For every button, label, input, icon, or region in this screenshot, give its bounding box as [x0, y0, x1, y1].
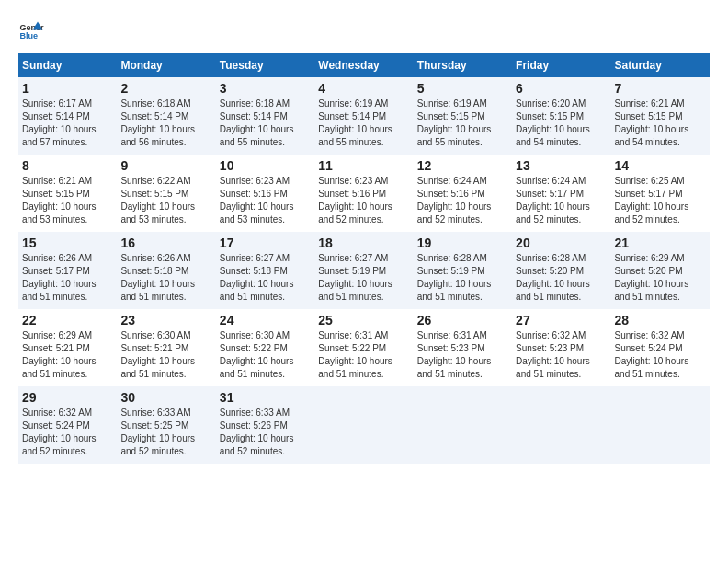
day-info: Sunrise: 6:19 AM Sunset: 5:15 PM Dayligh…: [417, 98, 508, 149]
day-info: Sunrise: 6:32 AM Sunset: 5:24 PM Dayligh…: [615, 329, 706, 381]
calendar-cell: 19 Sunrise: 6:28 AM Sunset: 5:19 PM Dayl…: [414, 232, 512, 309]
calendar-cell: [314, 386, 413, 464]
day-info: Sunrise: 6:21 AM Sunset: 5:15 PM Dayligh…: [615, 98, 706, 149]
day-number: 14: [615, 158, 706, 173]
calendar-cell: [414, 386, 512, 464]
day-info: Sunrise: 6:32 AM Sunset: 5:23 PM Dayligh…: [516, 329, 607, 381]
day-number: 23: [120, 313, 211, 327]
day-info: Sunrise: 6:27 AM Sunset: 5:19 PM Dayligh…: [318, 252, 409, 304]
day-number: 17: [220, 236, 311, 250]
week-row-2: 8 Sunrise: 6:21 AM Sunset: 5:15 PM Dayli…: [18, 155, 710, 232]
calendar-cell: 1 Sunrise: 6:17 AM Sunset: 5:14 PM Dayli…: [18, 77, 117, 155]
day-number: 10: [220, 158, 311, 173]
calendar-cell: 3 Sunrise: 6:18 AM Sunset: 5:14 PM Dayli…: [216, 77, 314, 155]
calendar-cell: 27 Sunrise: 6:32 AM Sunset: 5:23 PM Dayl…: [512, 309, 610, 386]
calendar-cell: 31 Sunrise: 6:33 AM Sunset: 5:26 PM Dayl…: [216, 386, 314, 464]
day-number: 22: [22, 313, 113, 327]
day-number: 13: [516, 158, 607, 173]
day-number: 16: [120, 236, 211, 250]
calendar-cell: 15 Sunrise: 6:26 AM Sunset: 5:17 PM Dayl…: [18, 232, 117, 309]
calendar-cell: 28 Sunrise: 6:32 AM Sunset: 5:24 PM Dayl…: [611, 309, 710, 386]
day-info: Sunrise: 6:24 AM Sunset: 5:16 PM Dayligh…: [417, 175, 508, 226]
day-info: Sunrise: 6:28 AM Sunset: 5:20 PM Dayligh…: [516, 252, 607, 304]
calendar-cell: 17 Sunrise: 6:27 AM Sunset: 5:18 PM Dayl…: [216, 232, 314, 309]
day-info: Sunrise: 6:23 AM Sunset: 5:16 PM Dayligh…: [318, 175, 409, 226]
day-number: 31: [220, 390, 311, 405]
week-row-5: 29 Sunrise: 6:32 AM Sunset: 5:24 PM Dayl…: [18, 386, 710, 464]
day-number: 1: [22, 81, 113, 96]
week-row-1: 1 Sunrise: 6:17 AM Sunset: 5:14 PM Dayli…: [18, 77, 710, 155]
day-info: Sunrise: 6:23 AM Sunset: 5:16 PM Dayligh…: [220, 175, 311, 226]
day-number: 18: [318, 236, 409, 250]
day-number: 5: [417, 81, 508, 96]
day-number: 25: [318, 313, 409, 327]
calendar-cell: 8 Sunrise: 6:21 AM Sunset: 5:15 PM Dayli…: [18, 155, 117, 232]
calendar-cell: 2 Sunrise: 6:18 AM Sunset: 5:14 PM Dayli…: [117, 77, 215, 155]
calendar-cell: 18 Sunrise: 6:27 AM Sunset: 5:19 PM Dayl…: [314, 232, 413, 309]
day-info: Sunrise: 6:26 AM Sunset: 5:17 PM Dayligh…: [22, 252, 113, 304]
weekday-header-thursday: Thursday: [414, 53, 512, 77]
calendar-cell: 23 Sunrise: 6:30 AM Sunset: 5:21 PM Dayl…: [117, 309, 215, 386]
day-info: Sunrise: 6:25 AM Sunset: 5:17 PM Dayligh…: [615, 175, 706, 226]
day-number: 6: [516, 81, 607, 96]
calendar-cell: [512, 386, 610, 464]
calendar-cell: 12 Sunrise: 6:24 AM Sunset: 5:16 PM Dayl…: [414, 155, 512, 232]
day-info: Sunrise: 6:26 AM Sunset: 5:18 PM Dayligh…: [120, 252, 211, 304]
calendar-cell: 25 Sunrise: 6:31 AM Sunset: 5:22 PM Dayl…: [314, 309, 413, 386]
day-number: 29: [22, 390, 113, 405]
calendar-cell: [611, 386, 710, 464]
day-info: Sunrise: 6:32 AM Sunset: 5:24 PM Dayligh…: [22, 407, 113, 458]
calendar-cell: 4 Sunrise: 6:19 AM Sunset: 5:14 PM Dayli…: [314, 77, 413, 155]
calendar-cell: 20 Sunrise: 6:28 AM Sunset: 5:20 PM Dayl…: [512, 232, 610, 309]
calendar-cell: 6 Sunrise: 6:20 AM Sunset: 5:15 PM Dayli…: [512, 77, 610, 155]
weekday-header-wednesday: Wednesday: [314, 53, 413, 77]
day-number: 7: [615, 81, 706, 96]
day-number: 8: [22, 158, 113, 173]
day-info: Sunrise: 6:29 AM Sunset: 5:20 PM Dayligh…: [615, 252, 706, 304]
day-number: 21: [615, 236, 706, 250]
day-info: Sunrise: 6:20 AM Sunset: 5:15 PM Dayligh…: [516, 98, 607, 149]
logo: General Blue: [18, 18, 44, 44]
weekday-header-friday: Friday: [512, 53, 610, 77]
day-number: 26: [417, 313, 508, 327]
day-info: Sunrise: 6:29 AM Sunset: 5:21 PM Dayligh…: [22, 329, 113, 381]
day-info: Sunrise: 6:33 AM Sunset: 5:25 PM Dayligh…: [120, 407, 211, 458]
day-number: 24: [220, 313, 311, 327]
day-number: 4: [318, 81, 409, 96]
day-number: 3: [220, 81, 311, 96]
day-number: 15: [22, 236, 113, 250]
day-info: Sunrise: 6:22 AM Sunset: 5:15 PM Dayligh…: [120, 175, 211, 226]
day-info: Sunrise: 6:18 AM Sunset: 5:14 PM Dayligh…: [120, 98, 211, 149]
calendar-cell: 11 Sunrise: 6:23 AM Sunset: 5:16 PM Dayl…: [314, 155, 413, 232]
day-info: Sunrise: 6:19 AM Sunset: 5:14 PM Dayligh…: [318, 98, 409, 149]
day-number: 27: [516, 313, 607, 327]
calendar-cell: 10 Sunrise: 6:23 AM Sunset: 5:16 PM Dayl…: [216, 155, 314, 232]
calendar-cell: 24 Sunrise: 6:30 AM Sunset: 5:22 PM Dayl…: [216, 309, 314, 386]
day-info: Sunrise: 6:33 AM Sunset: 5:26 PM Dayligh…: [220, 407, 311, 458]
weekday-header-sunday: Sunday: [18, 53, 117, 77]
day-number: 20: [516, 236, 607, 250]
calendar-cell: 13 Sunrise: 6:24 AM Sunset: 5:17 PM Dayl…: [512, 155, 610, 232]
day-number: 19: [417, 236, 508, 250]
day-info: Sunrise: 6:21 AM Sunset: 5:15 PM Dayligh…: [22, 175, 113, 226]
calendar-cell: 30 Sunrise: 6:33 AM Sunset: 5:25 PM Dayl…: [117, 386, 215, 464]
calendar-cell: 9 Sunrise: 6:22 AM Sunset: 5:15 PM Dayli…: [117, 155, 215, 232]
day-info: Sunrise: 6:31 AM Sunset: 5:22 PM Dayligh…: [318, 329, 409, 381]
day-info: Sunrise: 6:28 AM Sunset: 5:19 PM Dayligh…: [417, 252, 508, 304]
calendar-cell: 7 Sunrise: 6:21 AM Sunset: 5:15 PM Dayli…: [611, 77, 710, 155]
calendar-cell: 26 Sunrise: 6:31 AM Sunset: 5:23 PM Dayl…: [414, 309, 512, 386]
weekday-header-tuesday: Tuesday: [216, 53, 314, 77]
weekday-header-row: SundayMondayTuesdayWednesdayThursdayFrid…: [18, 53, 710, 77]
logo-icon: General Blue: [18, 18, 44, 44]
svg-text:Blue: Blue: [19, 31, 38, 40]
calendar-cell: 5 Sunrise: 6:19 AM Sunset: 5:15 PM Dayli…: [414, 77, 512, 155]
header: General Blue: [18, 18, 710, 44]
calendar-cell: 21 Sunrise: 6:29 AM Sunset: 5:20 PM Dayl…: [611, 232, 710, 309]
calendar-table: SundayMondayTuesdayWednesdayThursdayFrid…: [18, 53, 710, 464]
week-row-3: 15 Sunrise: 6:26 AM Sunset: 5:17 PM Dayl…: [18, 232, 710, 309]
day-info: Sunrise: 6:24 AM Sunset: 5:17 PM Dayligh…: [516, 175, 607, 226]
day-number: 9: [120, 158, 211, 173]
day-number: 28: [615, 313, 706, 327]
weekday-header-monday: Monday: [117, 53, 215, 77]
day-info: Sunrise: 6:27 AM Sunset: 5:18 PM Dayligh…: [220, 252, 311, 304]
